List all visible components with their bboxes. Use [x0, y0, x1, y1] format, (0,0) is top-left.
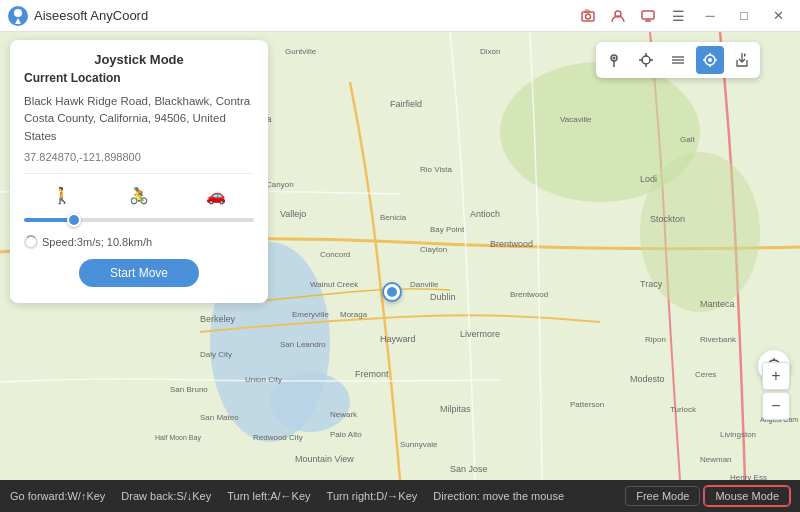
svg-text:Ceres: Ceres [695, 370, 716, 379]
zoom-out-button[interactable]: − [762, 392, 790, 420]
svg-text:San Leandro: San Leandro [280, 340, 326, 349]
svg-text:Newark: Newark [330, 410, 358, 419]
joystick-mode-title: Joystick Mode [24, 52, 254, 67]
logo-icon [8, 6, 28, 26]
svg-point-0 [14, 9, 22, 17]
hint-direction: Direction: move the mouse [433, 490, 564, 502]
svg-text:Tracy: Tracy [640, 279, 663, 289]
svg-point-72 [613, 57, 616, 60]
svg-text:Fremont: Fremont [355, 369, 389, 379]
user-icon[interactable] [606, 4, 630, 28]
zoom-controls: + − [762, 362, 790, 420]
svg-text:Benicia: Benicia [380, 213, 407, 222]
keyboard-hints: Go forward:W/↑Key Draw back:S/↓Key Turn … [10, 490, 625, 502]
svg-text:Henry Ess: Henry Ess [730, 473, 767, 480]
svg-text:Ripon: Ripon [645, 335, 666, 344]
svg-text:Redwood City: Redwood City [253, 433, 303, 442]
svg-point-3 [586, 14, 591, 19]
svg-text:Hayward: Hayward [380, 334, 416, 344]
location-marker [384, 284, 400, 300]
mouse-mode-button[interactable]: Mouse Mode [704, 486, 790, 506]
svg-text:Rio Vista: Rio Vista [420, 165, 452, 174]
screenshot-icon[interactable] [576, 4, 600, 28]
svg-text:Stockton: Stockton [650, 214, 685, 224]
svg-text:Turlock: Turlock [670, 405, 697, 414]
svg-text:Bay Point: Bay Point [430, 225, 465, 234]
speed-spinner-icon [24, 235, 38, 249]
map-controls [596, 42, 760, 78]
svg-text:San Bruno: San Bruno [170, 385, 208, 394]
joystick-panel: Joystick Mode Current Location Black Haw… [10, 40, 268, 303]
speed-slider[interactable] [24, 218, 254, 222]
svg-text:Patterson: Patterson [570, 400, 604, 409]
bike-icon[interactable]: 🚴 [101, 186, 178, 205]
svg-text:Walnut Creek: Walnut Creek [310, 280, 359, 289]
svg-text:Palo Alto: Palo Alto [330, 430, 362, 439]
map-container[interactable]: Santa Rosa Guntville Dixon Elk Grove Nap… [0, 32, 800, 480]
start-move-button[interactable]: Start Move [79, 259, 199, 287]
svg-text:Brentwood: Brentwood [510, 290, 548, 299]
speed-slider-container [24, 211, 254, 225]
svg-text:Dublin: Dublin [430, 292, 456, 302]
minimize-button[interactable]: ─ [696, 2, 724, 30]
maximize-button[interactable]: □ [730, 2, 758, 30]
svg-text:Moraga: Moraga [340, 310, 368, 319]
svg-text:Danville: Danville [410, 280, 439, 289]
speed-display: Speed:3m/s; 10.8km/h [24, 235, 254, 249]
svg-text:Concord: Concord [320, 250, 350, 259]
svg-text:San Jose: San Jose [450, 464, 488, 474]
hint-left: Turn left:A/←Key [227, 490, 310, 502]
car-icon[interactable]: 🚗 [177, 186, 254, 205]
svg-text:Guntville: Guntville [285, 47, 317, 56]
svg-text:Modesto: Modesto [630, 374, 665, 384]
svg-marker-1 [15, 18, 21, 24]
app-logo: Aiseesoft AnyCoord [8, 6, 148, 26]
svg-text:Vallejo: Vallejo [280, 209, 306, 219]
zoom-in-button[interactable]: + [762, 362, 790, 390]
titlebar-actions: ☰ ─ □ ✕ [576, 2, 792, 30]
svg-rect-6 [642, 11, 654, 19]
svg-text:Riverbank: Riverbank [700, 335, 737, 344]
speed-mode-selector: 🚶 🚴 🚗 [24, 186, 254, 205]
menu-icon[interactable]: ☰ [666, 4, 690, 28]
svg-text:Berkeley: Berkeley [200, 314, 236, 324]
svg-text:Livingston: Livingston [720, 430, 756, 439]
free-mode-button[interactable]: Free Mode [625, 486, 700, 506]
location-address: Black Hawk Ridge Road, Blackhawk, Contra… [24, 93, 254, 174]
walk-icon[interactable]: 🚶 [24, 186, 101, 205]
close-button[interactable]: ✕ [764, 2, 792, 30]
crosshair-button[interactable] [632, 46, 660, 74]
app-title: Aiseesoft AnyCoord [34, 8, 148, 23]
titlebar: Aiseesoft AnyCoord ☰ ─ □ ✕ [0, 0, 800, 32]
svg-text:Emeryville: Emeryville [292, 310, 329, 319]
hint-forward: Go forward:W/↑Key [10, 490, 105, 502]
bottom-bar: Go forward:W/↑Key Draw back:S/↓Key Turn … [0, 480, 800, 512]
svg-text:Union City: Union City [245, 375, 282, 384]
hint-back: Draw back:S/↓Key [121, 490, 211, 502]
svg-text:Daly City: Daly City [200, 350, 232, 359]
svg-text:Manteca: Manteca [700, 299, 735, 309]
export-button[interactable] [728, 46, 756, 74]
active-mode-button[interactable] [696, 46, 724, 74]
svg-text:Fairfield: Fairfield [390, 99, 422, 109]
svg-text:Vacaville: Vacaville [560, 115, 592, 124]
layers-button[interactable] [664, 46, 692, 74]
pin-location-button[interactable] [600, 46, 628, 74]
svg-point-73 [642, 56, 650, 64]
svg-text:Half Moon Bay: Half Moon Bay [155, 434, 201, 442]
svg-text:Dixon: Dixon [480, 47, 500, 56]
svg-text:Brentwood: Brentwood [490, 239, 533, 249]
speed-value: Speed:3m/s; 10.8km/h [42, 236, 152, 248]
svg-text:Livermore: Livermore [460, 329, 500, 339]
svg-text:Newman: Newman [700, 455, 732, 464]
svg-text:San Mateo: San Mateo [200, 413, 239, 422]
svg-text:Sunnyvale: Sunnyvale [400, 440, 438, 449]
svg-text:Antioch: Antioch [470, 209, 500, 219]
svg-point-82 [708, 58, 712, 62]
display-icon[interactable] [636, 4, 660, 28]
svg-text:Lodi: Lodi [640, 174, 657, 184]
current-location-label: Current Location [24, 71, 254, 85]
svg-text:Clayton: Clayton [420, 245, 447, 254]
location-coords: 37.824870,-121.898800 [24, 149, 254, 166]
svg-text:Mountain View: Mountain View [295, 454, 354, 464]
